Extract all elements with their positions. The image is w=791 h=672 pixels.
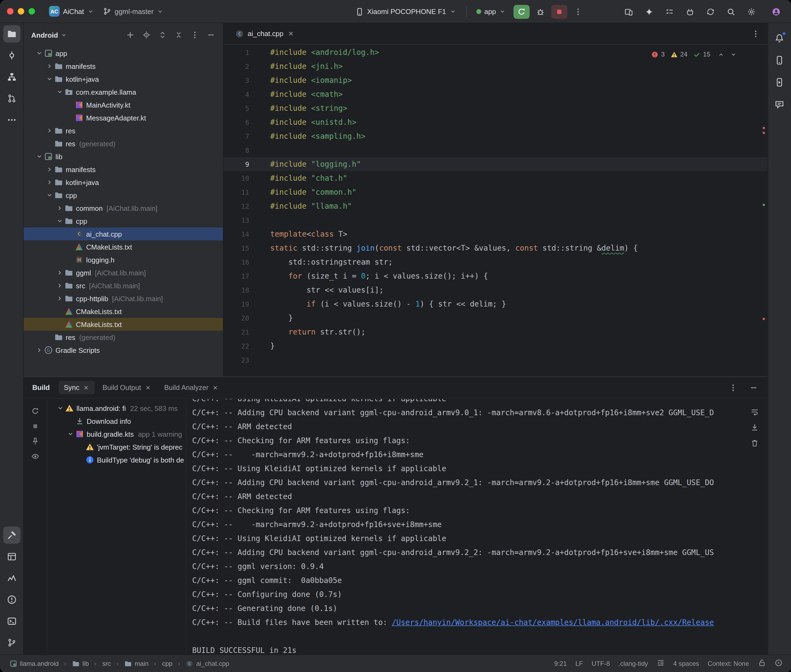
code-line[interactable]: 15static std::string join(const std::vec… xyxy=(223,241,767,255)
file-encoding-widget[interactable]: UTF-8 xyxy=(592,660,610,667)
chevron-down-icon[interactable] xyxy=(55,405,64,412)
plugins-button[interactable] xyxy=(682,5,697,19)
code-line[interactable]: 21 return str.str(); xyxy=(223,325,767,339)
expand-all-button[interactable] xyxy=(156,29,169,42)
project-tree-item[interactable]: CMakeLists.txt xyxy=(24,305,223,318)
chevron-right-icon[interactable] xyxy=(34,346,43,354)
project-tree-item[interactable]: res xyxy=(24,124,223,137)
rerun-app-button[interactable] xyxy=(514,5,530,19)
kebab-button[interactable] xyxy=(727,381,739,394)
code-line[interactable]: 7#include <sampling.h> xyxy=(223,129,767,143)
commit-tool-button[interactable] xyxy=(3,47,20,64)
add-button[interactable] xyxy=(124,29,137,42)
code-line[interactable]: 2#include <jni.h> xyxy=(223,59,767,73)
project-tree-item[interactable]: CMakeLists.txt xyxy=(24,318,223,331)
project-tree-item[interactable]: GGradle Scripts xyxy=(24,344,223,357)
code-line[interactable]: 3#include <iomanip> xyxy=(223,73,767,87)
code-line[interactable]: 17 for (size_t i = 0; i < values.size();… xyxy=(223,269,767,283)
hide-button[interactable] xyxy=(205,29,217,42)
close-tab-icon[interactable] xyxy=(287,30,294,37)
code-line[interactable]: 4#include <cmath> xyxy=(223,87,767,101)
more-tool-button[interactable] xyxy=(3,111,20,128)
inspections-widget[interactable]: 3 24 15 xyxy=(647,48,743,61)
pin-button[interactable] xyxy=(29,435,42,448)
chevron-right-icon[interactable] xyxy=(55,295,64,302)
project-tree-item[interactable]: manifests xyxy=(24,60,223,73)
breadcrumb[interactable]: llama.android xyxy=(8,659,61,668)
code-style-widget[interactable] xyxy=(657,659,665,668)
chevron-down-icon[interactable] xyxy=(55,217,64,225)
ai-assistant-tool-button[interactable] xyxy=(771,96,788,113)
code-line[interactable]: 9#include "logging.h" xyxy=(223,157,767,171)
breadcrumb[interactable]: Cai_chat.cpp xyxy=(176,659,231,668)
project-tool-button[interactable] xyxy=(3,25,20,43)
project-tree-item[interactable]: MainActivity.kt xyxy=(24,98,223,111)
file-lock-widget[interactable] xyxy=(757,659,766,668)
project-tree-item[interactable]: cpp xyxy=(24,214,223,227)
project-selector[interactable]: AC AiChat xyxy=(45,4,98,19)
collapse-all-button[interactable] xyxy=(172,29,185,42)
notifications-tool-button[interactable] xyxy=(771,30,788,47)
scroll-to-end-button[interactable] xyxy=(748,421,761,434)
settings-button[interactable] xyxy=(744,5,759,19)
caret-position-widget[interactable]: 9:21 xyxy=(554,660,567,667)
version-control-tool-button[interactable] xyxy=(3,634,20,651)
chevron-down-icon[interactable] xyxy=(55,88,64,96)
breadcrumb[interactable]: src xyxy=(92,659,113,668)
code-line[interactable]: 13 xyxy=(223,213,767,227)
structure-tool-button[interactable] xyxy=(3,68,20,85)
breadcrumb[interactable]: lib xyxy=(62,659,91,668)
project-tree-item[interactable]: app xyxy=(24,47,223,60)
minimize-button[interactable] xyxy=(18,8,24,14)
context-widget[interactable]: Context: None xyxy=(708,660,749,667)
device-manager-tool-button[interactable] xyxy=(771,52,788,69)
tab-options-icon[interactable] xyxy=(751,29,760,38)
chevron-down-icon[interactable] xyxy=(34,153,43,160)
search-button[interactable] xyxy=(723,5,738,19)
build-tool-button[interactable] xyxy=(3,526,20,544)
build-tab-build-output[interactable]: Build Output xyxy=(97,381,157,394)
profile-avatar[interactable] xyxy=(769,4,783,19)
soft-wrap-button[interactable] xyxy=(748,405,761,418)
chevron-right-icon[interactable] xyxy=(55,282,64,290)
branch-selector[interactable]: ggml-master xyxy=(98,5,168,18)
breadcrumb[interactable]: cpp xyxy=(152,659,175,668)
code-line[interactable]: 12#include "llama.h" xyxy=(223,199,767,213)
run-config-selector[interactable]: app xyxy=(472,5,510,18)
code-line[interactable]: 10#include "chat.h" xyxy=(223,171,767,185)
code-line[interactable]: 18 str << values[i]; xyxy=(223,283,767,297)
prev-problem-icon[interactable] xyxy=(716,50,726,59)
close-button[interactable] xyxy=(7,8,13,14)
code-line[interactable]: 14template<class T> xyxy=(223,227,767,241)
project-tree-item[interactable]: common[AiChat.lib.main] xyxy=(24,202,223,214)
sync-status-button[interactable] xyxy=(703,5,718,19)
clear-all-button[interactable] xyxy=(748,437,761,450)
stop-button[interactable] xyxy=(552,5,568,19)
build-tree-item[interactable]: build.gradle.ktsapp 1 warning xyxy=(47,427,186,440)
code-line[interactable]: 5#include <string> xyxy=(223,101,767,115)
build-tree-item[interactable]: 'jvmTarget: String' is deprec xyxy=(47,440,186,453)
zoom-button[interactable] xyxy=(29,8,35,14)
console-link[interactable]: /Users/hanyin/Workspace/ai-chat/examples… xyxy=(392,618,714,627)
project-view-selector[interactable]: Android xyxy=(31,31,67,39)
project-tree-item[interactable]: src[AiChat.lib.main] xyxy=(24,279,223,292)
app-inspection-tool-button[interactable] xyxy=(3,548,20,565)
chevron-down-icon[interactable] xyxy=(45,75,54,83)
gemini-star-button[interactable] xyxy=(641,5,656,19)
chevron-right-icon[interactable] xyxy=(45,62,54,70)
chevron-down-icon[interactable] xyxy=(66,430,75,438)
project-tree-item[interactable]: MessageAdapter.kt xyxy=(24,111,223,124)
build-tab-sync[interactable]: Sync xyxy=(58,381,95,394)
project-tree-item[interactable]: Cai_chat.cpp xyxy=(24,227,223,240)
code-line[interactable]: 23 xyxy=(223,353,767,367)
stop-build-button[interactable] xyxy=(29,419,42,432)
build-tab-build-analyzer[interactable]: Build Analyzer xyxy=(159,381,224,394)
code-area[interactable]: 1#include <android/log.h>2#include <jni.… xyxy=(223,45,767,376)
rerun-build-button[interactable] xyxy=(29,405,42,418)
next-problem-icon[interactable] xyxy=(728,50,738,59)
code-line[interactable]: 8 xyxy=(223,143,767,157)
preview-button[interactable] xyxy=(29,450,42,462)
build-tree-item[interactable]: BuildType 'debug' is both de xyxy=(47,453,186,466)
more-run-actions-button[interactable] xyxy=(571,5,586,19)
chevron-down-icon[interactable] xyxy=(34,50,43,57)
